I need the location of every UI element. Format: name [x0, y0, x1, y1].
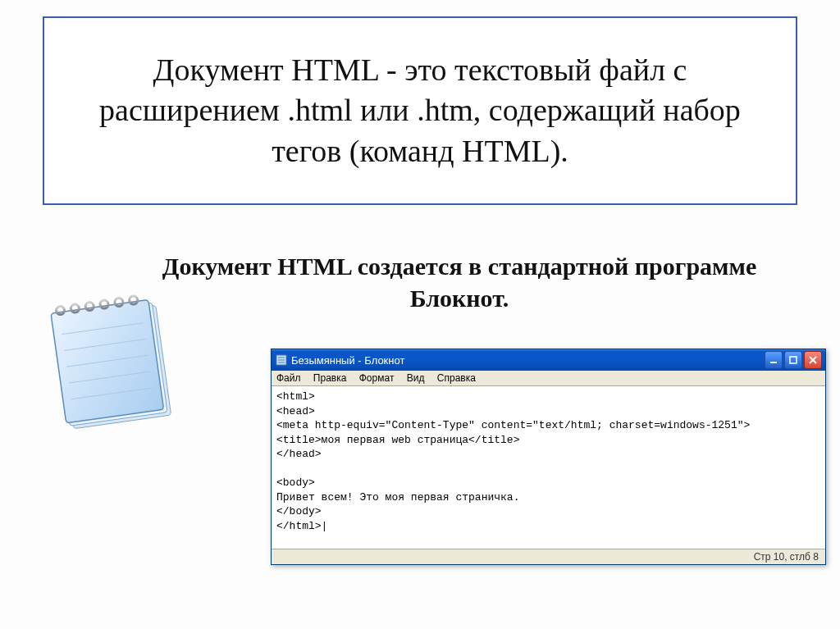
statusbar: Стр 10, стлб 8 — [272, 549, 825, 564]
window-title: Безымянный - Блокнот — [291, 354, 765, 367]
svg-point-8 — [56, 306, 65, 315]
menubar: Файл Правка Формат Вид Справка — [272, 371, 825, 386]
text-area[interactable]: <html> <head> <meta http-equiv="Content-… — [272, 386, 825, 549]
notepad-title-icon — [275, 353, 288, 367]
svg-point-12 — [114, 298, 123, 307]
subtitle-bold: Блокнот — [410, 285, 503, 312]
close-button[interactable] — [804, 351, 822, 369]
window-buttons — [765, 351, 822, 369]
subtitle: Документ HTML создается в стандартной пр… — [131, 250, 788, 314]
svg-rect-2 — [51, 300, 164, 423]
svg-point-10 — [85, 302, 94, 311]
subtitle-before: Документ HTML создается в стандартной пр… — [162, 253, 757, 280]
svg-point-13 — [129, 295, 138, 304]
menu-help[interactable]: Справка — [437, 372, 476, 384]
definition-box: Документ HTML - это текстовый файл с рас… — [43, 16, 797, 205]
status-text: Стр 10, стлб 8 — [754, 551, 819, 563]
menu-format[interactable]: Формат — [359, 372, 395, 384]
menu-view[interactable]: Вид — [407, 372, 425, 384]
notepad-window: Безымянный - Блокнот Файл Правка Формат … — [271, 349, 826, 565]
minimize-button[interactable] — [765, 351, 783, 369]
subtitle-after: . — [503, 285, 509, 312]
menu-edit[interactable]: Правка — [313, 372, 347, 384]
svg-rect-19 — [790, 357, 797, 363]
svg-point-11 — [99, 299, 108, 308]
maximize-button[interactable] — [784, 351, 802, 369]
definition-text: Документ HTML - это текстовый файл с рас… — [61, 50, 779, 171]
menu-file[interactable]: Файл — [276, 372, 301, 384]
svg-point-9 — [71, 303, 80, 312]
notepad-app-icon — [43, 283, 174, 431]
titlebar[interactable]: Безымянный - Блокнот — [272, 349, 825, 371]
